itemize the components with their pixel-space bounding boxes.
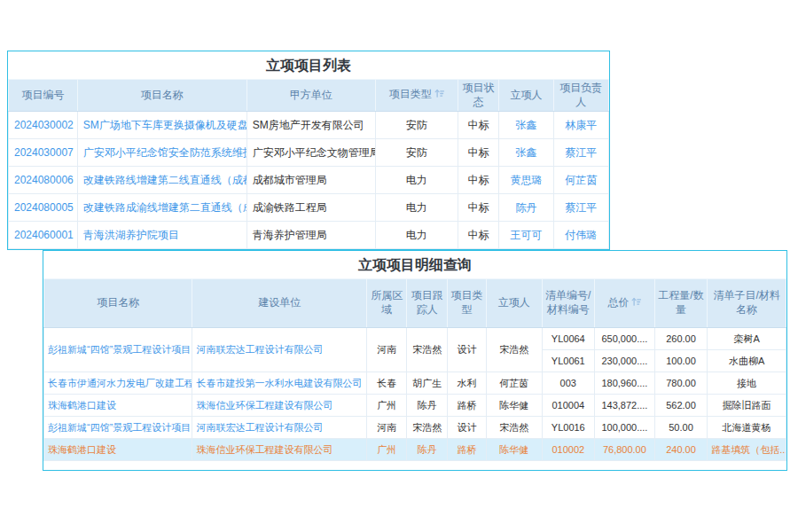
table-cell: YL0061 xyxy=(542,350,594,372)
column-header-label: 立项人 xyxy=(510,89,542,101)
column-header: 建设单位 xyxy=(192,279,367,328)
table-cell: 陈华健 xyxy=(486,395,542,417)
column-header: 项目名称 xyxy=(44,279,192,328)
table-cell: 路桥 xyxy=(448,439,487,461)
table-cell: 电力 xyxy=(375,194,458,222)
cell-link[interactable]: 珠海鹤港口建设 xyxy=(44,395,192,417)
sortable-column-header[interactable]: 项目类型 xyxy=(375,80,458,112)
table-row[interactable]: 2024060001青海洪湖养护院项目青海养护管理局电力中标王可可付伟璐 xyxy=(9,222,609,249)
table-cell: 中标 xyxy=(458,194,499,222)
cell-link[interactable]: 河南联宏达工程设计有限公司 xyxy=(192,328,367,372)
column-header: 项目负责人 xyxy=(553,80,608,112)
cell-link[interactable]: 珠海信业环保工程建设有限公司 xyxy=(192,395,367,417)
column-header: 甲方单位 xyxy=(246,80,375,112)
table-row[interactable]: 珠海鹤港口建设珠海信业环保工程建设有限公司广州陈丹路桥陈华健010004143,… xyxy=(44,395,786,417)
cell-link[interactable]: SM广场地下车库更换摄像机及硬盘项目 xyxy=(77,112,246,139)
cell-link[interactable]: 张鑫 xyxy=(499,112,554,139)
column-header: 项目类型 xyxy=(448,279,487,328)
table-cell: 陈华健 xyxy=(486,439,542,461)
column-header-label: 项目名称 xyxy=(141,89,184,101)
table-row[interactable]: 2024080005改建铁路成渝线增建第二直通线（成...成渝铁路工程局电力中标… xyxy=(9,194,609,222)
table-cell: 栾树A xyxy=(708,328,786,350)
table-cell: 广州 xyxy=(367,395,407,417)
column-header-label: 清单子目/材料名称 xyxy=(713,289,779,316)
cell-link[interactable]: 改建铁路成渝线增建第二直通线（成... xyxy=(77,194,246,222)
table-cell: 设计 xyxy=(448,417,487,439)
table-cell: 北海道黄杨 xyxy=(708,417,786,439)
cell-link[interactable]: 青海洪湖养护院项目 xyxy=(77,222,246,249)
column-header-label: 总价 xyxy=(607,296,629,309)
table-row[interactable]: 珠海鹤港口建设珠海信业环保工程建设有限公司广州陈丹路桥陈华健01000276,8… xyxy=(44,439,786,461)
cell-link[interactable]: 彭祖新城“四馆”景观工程设计项目 xyxy=(44,417,192,439)
cell-link[interactable]: 黄思璐 xyxy=(499,167,554,194)
table-cell: 180,960.... xyxy=(595,372,655,395)
table-cell: YL0064 xyxy=(542,328,594,350)
cell-link[interactable]: 2024080006 xyxy=(9,167,78,194)
cell-link[interactable]: 2024030007 xyxy=(9,139,78,167)
cell-link[interactable]: 河南联宏达工程设计有限公司 xyxy=(192,417,367,439)
table-cell: 接地 xyxy=(708,372,786,395)
table-cell: 安防 xyxy=(375,139,458,167)
table-cell: 广州 xyxy=(367,439,407,461)
cell-link[interactable]: 长春市建投第一水利水电建设有限公司 xyxy=(192,372,367,395)
table-row[interactable]: 2024030007广安邓小平纪念馆安全防范系统维护...广安邓小平纪念文物管理… xyxy=(9,139,609,167)
column-header-label: 项目跟踪人 xyxy=(411,289,443,316)
column-header: 项目跟踪人 xyxy=(407,279,448,328)
table-cell: 陈丹 xyxy=(407,439,448,461)
panel-title: 立项项目列表 xyxy=(8,51,609,79)
cell-link[interactable]: 2024060001 xyxy=(9,222,78,249)
cell-link[interactable]: 何芷茵 xyxy=(553,167,608,194)
cell-link[interactable]: 2024030002 xyxy=(9,112,78,139)
table-cell: 陈丹 xyxy=(407,395,448,417)
table-cell: 50.00 xyxy=(654,417,707,439)
cell-link[interactable]: 改建铁路线增建第二线直通线（成都-... xyxy=(77,167,246,194)
table-row[interactable]: 长春市伊通河水力发电厂改建工程长春市建投第一水利水电建设有限公司长春胡广生水利何… xyxy=(44,372,786,395)
table-cell: 路基填筑（包括... xyxy=(708,439,786,461)
table-cell: 780.00 xyxy=(654,372,707,395)
column-header: 工程量/数量 xyxy=(654,279,707,328)
cell-link[interactable]: 广安邓小平纪念馆安全防范系统维护... xyxy=(77,139,246,167)
column-header: 清单编号/材料编号 xyxy=(542,279,594,328)
cell-link[interactable]: 陈丹 xyxy=(499,194,554,222)
cell-link[interactable]: 张鑫 xyxy=(499,139,554,167)
table-cell: 76,800.00 xyxy=(595,439,655,461)
table-cell: 260.00 xyxy=(654,328,707,350)
cell-link[interactable]: 付伟璐 xyxy=(553,222,608,249)
table-cell: 中标 xyxy=(458,222,499,249)
column-header-label: 建设单位 xyxy=(258,296,301,309)
table-cell: 成渝铁路工程局 xyxy=(246,194,375,222)
table-cell: 电力 xyxy=(375,167,458,194)
cell-link[interactable]: 珠海信业环保工程建设有限公司 xyxy=(192,439,367,461)
panel-title: 立项项目明细查询 xyxy=(43,251,786,278)
table-cell: 010002 xyxy=(542,439,594,461)
column-header-label: 项目类型 xyxy=(389,88,432,100)
table-cell: 河南 xyxy=(367,328,407,372)
table-cell: 宋浩然 xyxy=(407,328,448,372)
sortable-column-header[interactable]: 总价 xyxy=(595,279,655,328)
table-row[interactable]: 彭祖新城“四馆”景观工程设计项目河南联宏达工程设计有限公司河南宋浩然设计宋浩然Y… xyxy=(44,417,786,439)
project-list-panel: 立项项目列表 项目编号项目名称甲方单位项目类型项目状态立项人项目负责人20240… xyxy=(7,51,610,250)
cell-link[interactable]: 林康平 xyxy=(553,112,608,139)
column-header-label: 清单编号/材料编号 xyxy=(545,289,591,316)
table-cell: YL0016 xyxy=(542,417,594,439)
table-row[interactable]: 2024080006改建铁路线增建第二线直通线（成都-...成都城市管理局电力中… xyxy=(9,167,609,194)
table-cell: 143,872.... xyxy=(595,395,655,417)
cell-link[interactable]: 彭祖新城“四馆”景观工程设计项目 xyxy=(44,328,192,372)
cell-link[interactable]: 2024080005 xyxy=(9,194,78,222)
column-header-label: 项目编号 xyxy=(21,89,64,101)
table-cell: 掘除旧路面 xyxy=(708,395,786,417)
table-cell: 青海养护管理局 xyxy=(246,222,375,249)
table-cell: 100,000.... xyxy=(595,417,655,439)
cell-link[interactable]: 长春市伊通河水力发电厂改建工程 xyxy=(44,372,192,395)
table-cell: 宋浩然 xyxy=(486,417,542,439)
column-header: 清单子目/材料名称 xyxy=(708,279,786,328)
cell-link[interactable]: 蔡江平 xyxy=(553,139,608,167)
cell-link[interactable]: 珠海鹤港口建设 xyxy=(44,439,192,461)
table-cell: 设计 xyxy=(448,328,487,372)
table-row[interactable]: 彭祖新城“四馆”景观工程设计项目河南联宏达工程设计有限公司河南宋浩然设计宋浩然Y… xyxy=(44,328,786,350)
table-row[interactable]: 2024030002SM广场地下车库更换摄像机及硬盘项目SM房地产开发有限公司安… xyxy=(9,112,609,139)
table-cell: 何芷茵 xyxy=(486,372,542,395)
column-header: 所属区域 xyxy=(367,279,407,328)
cell-link[interactable]: 蔡江平 xyxy=(553,194,608,222)
cell-link[interactable]: 王可可 xyxy=(499,222,554,249)
